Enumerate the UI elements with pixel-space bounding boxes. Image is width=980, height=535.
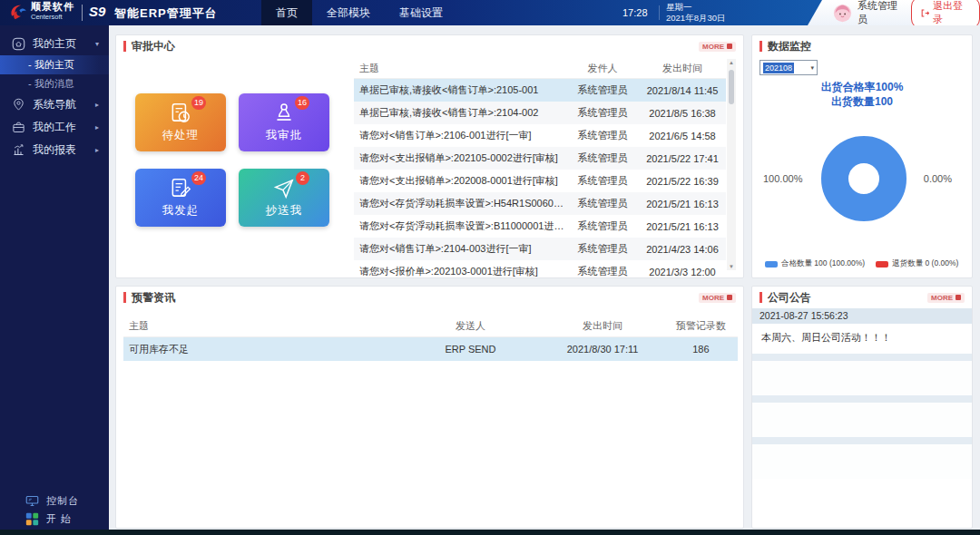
pending-tile[interactable]: 19 待处理: [135, 93, 226, 151]
product-name: 智能ERP管理平台: [114, 5, 218, 22]
approval-row[interactable]: 请您对<销售订单>:2106-001进行[一审] 系统管理员 2021/6/5 …: [354, 124, 726, 147]
date: 2021年8月30日: [666, 13, 725, 24]
logo-cn: 顺景软件: [31, 2, 74, 12]
alert-row[interactable]: 可用库存不足 ERP SEND 2021/8/30 17:11 186: [123, 337, 738, 361]
empty-notice-slot: [752, 403, 972, 437]
donut-label-left: 100.00%: [763, 173, 802, 184]
cc-me-tile[interactable]: 2 抄送我: [239, 169, 329, 227]
legend-swatch-red: [876, 261, 888, 268]
logout-label: 退出登录: [933, 0, 971, 26]
approval-center-panel: 审批中心 MORE 19: [115, 34, 744, 278]
period-select[interactable]: 202108 ▾: [760, 60, 818, 75]
approval-row[interactable]: 请您对<支出报销单>:202105-0002进行[审核] 系统管理员 2021/…: [354, 147, 726, 170]
chevron-right-icon: ▸: [95, 123, 99, 131]
approval-row[interactable]: 单据已审核,请接收<销售订单>:2104-002 系统管理员 2021/8/5 …: [354, 102, 726, 124]
logo-en: Centersoft: [31, 12, 74, 22]
empty-notice-divider: [752, 395, 972, 403]
main-content: 审批中心 MORE 19: [109, 25, 980, 535]
chevron-down-icon: ▾: [810, 64, 814, 72]
chevron-right-icon: ▸: [95, 101, 99, 109]
alerts-table-header: 主题 发送人 发出时间 预警记录数: [123, 316, 738, 337]
sidebar-subitem-my-messages[interactable]: - 我的消息: [0, 74, 109, 93]
approval-scrollbar[interactable]: ▲ ▼: [727, 59, 736, 270]
approval-tiles: 19 待处理 16 我审批: [135, 93, 331, 227]
clock: 17:28: [622, 7, 648, 18]
navigation-pin-icon: [12, 98, 25, 112]
approval-row[interactable]: 请您对<报价单>:202103-0001进行[审核] 系统管理员 2021/3/…: [354, 260, 726, 283]
monitor-header: 数据监控: [752, 35, 972, 57]
more-icon: [956, 295, 961, 300]
logo-divider: [82, 5, 83, 21]
title-accent-bar: [123, 41, 126, 52]
tab-basic-settings[interactable]: 基础设置: [385, 0, 457, 25]
date-block: 星期一 2021年8月30日: [666, 2, 725, 24]
weekday: 星期一: [666, 2, 725, 13]
monitor-title: 数据监控: [768, 39, 811, 54]
sidebar-subitem-my-home[interactable]: - 我的主页: [0, 55, 109, 74]
start-grid-icon: [25, 512, 39, 526]
alerts-panel: 预警资讯 MORE 主题 发送人 发出时间 预警记录数 可用库存不足 ERP S…: [115, 286, 744, 529]
taskbar-strip: [0, 530, 980, 535]
notice-title: 公司公告: [768, 290, 811, 306]
empty-notice-divider: [752, 354, 972, 361]
sidebar-item-system-nav[interactable]: 系统导航 ▸: [0, 93, 109, 116]
username: 系统管理员: [858, 0, 906, 26]
approval-more-link[interactable]: MORE: [699, 42, 736, 52]
monitor-summary: 出货合格率100% 出货数量100: [752, 80, 972, 109]
sidebar-item-my-reports[interactable]: 我的报表 ▸: [0, 139, 109, 161]
empty-notice-slot: [752, 361, 972, 395]
briefcase-icon: [12, 121, 25, 134]
donut-chart: [818, 133, 909, 224]
data-monitor-panel: 数据监控 202108 ▾ 出货合格率100% 出货数量100 100.00% …: [751, 34, 973, 278]
approval-row[interactable]: 单据已审核,请接收<销售订单>:2105-001 系统管理员 2021/8/14…: [354, 79, 726, 102]
my-approve-tile[interactable]: 16 我审批: [239, 93, 329, 151]
approval-row[interactable]: 请您对<存货浮动耗损率设置>:H54R1S006002进行[审核] 系统管理员 …: [354, 192, 726, 215]
initiated-tile[interactable]: 24 我发起: [135, 169, 226, 227]
scroll-thumb[interactable]: [729, 70, 734, 104]
donut-label-right: 0.00%: [924, 173, 952, 184]
notice-content: 本周六、周日公司活动！！！: [752, 324, 972, 354]
chevron-down-icon: ▾: [95, 40, 99, 48]
initiated-badge: 24: [191, 171, 206, 185]
my-approve-badge: 16: [295, 96, 309, 110]
notice-timestamp[interactable]: 2021-08-27 15:56:23: [752, 308, 972, 324]
date-divider: [659, 5, 660, 20]
legend-swatch-blue: [765, 261, 778, 268]
legend-pass: 合格数量 100 (100.00%): [765, 258, 865, 269]
notice-header: 公司公告 MORE: [752, 287, 972, 308]
approval-row[interactable]: 请您对<销售订单>:2104-003进行[一审] 系统管理员 2021/4/23…: [354, 238, 726, 260]
ship-qty-text: 出货数量100: [752, 94, 972, 109]
legend-return: 退货数量 0 (0.00%): [876, 258, 958, 269]
notice-more-link[interactable]: MORE: [927, 293, 965, 303]
scroll-down-arrow[interactable]: ▼: [727, 264, 736, 269]
title-accent-bar: [760, 41, 762, 52]
approval-header: 审批中心 MORE: [116, 35, 743, 57]
alerts-table: 主题 发送人 发出时间 预警记录数 可用库存不足 ERP SEND 2021/8…: [123, 316, 738, 361]
empty-notice-slot: [752, 444, 972, 479]
logout-button[interactable]: 退出登录: [911, 0, 980, 29]
tab-all-modules[interactable]: 全部模块: [312, 0, 385, 25]
more-icon: [727, 44, 732, 49]
sidebar-item-my-home[interactable]: 我的主页 ▾: [0, 33, 109, 55]
sidebar-item-my-work[interactable]: 我的工作 ▸: [0, 116, 109, 139]
erp-dashboard: 顺景软件 Centersoft S9 智能ERP管理平台 首页 全部模块 基础设…: [0, 0, 980, 535]
company-notice-panel: 公司公告 MORE 2021-08-27 15:56:23 本周六、周日公司活动…: [751, 286, 973, 529]
console-button[interactable]: 控制台: [0, 491, 109, 510]
alerts-more-link[interactable]: MORE: [699, 293, 736, 303]
approval-row[interactable]: 请您对<存货浮动耗损率设置>:B11000001进行[审核] 系统管理员 202…: [354, 215, 726, 238]
approval-row[interactable]: 请您对<支出报销单>:202008-0001进行[审核] 系统管理员 2021/…: [354, 170, 726, 192]
centersoft-logo-icon: [7, 3, 28, 23]
stamp-icon: [272, 102, 296, 125]
scroll-up-arrow[interactable]: ▲: [727, 60, 736, 65]
chevron-right-icon: ▸: [95, 146, 99, 154]
start-button[interactable]: 开 始: [0, 510, 109, 528]
approval-title: 审批中心: [132, 39, 175, 54]
sidebar-bottom: 控制台 开 始: [0, 491, 109, 528]
pass-rate-text: 出货合格率100%: [752, 80, 972, 94]
avatar[interactable]: [833, 4, 852, 23]
tab-home[interactable]: 首页: [261, 0, 312, 25]
pending-badge: 19: [191, 96, 206, 110]
monitor-icon: [25, 495, 39, 507]
logout-icon: [920, 8, 929, 18]
topbar: 顺景软件 Centersoft S9 智能ERP管理平台 首页 全部模块 基础设…: [0, 0, 980, 25]
